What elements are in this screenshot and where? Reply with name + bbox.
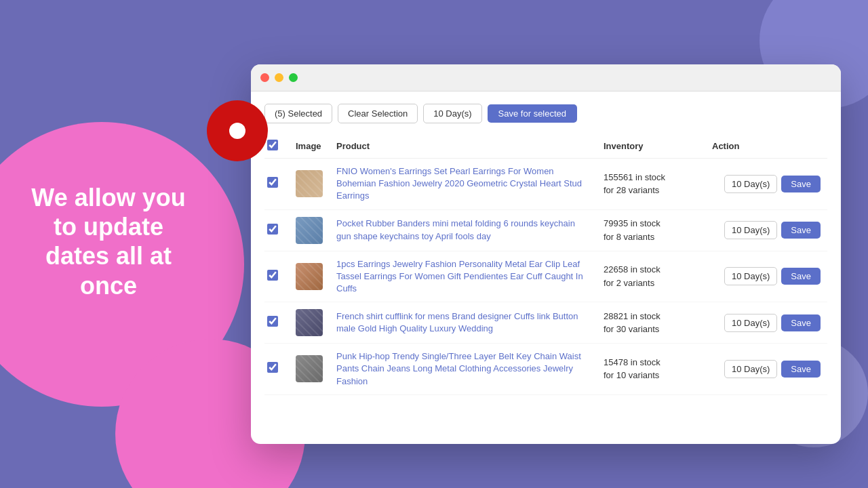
product-link-4[interactable]: French shirt cufflink for mens Brand des…: [336, 310, 590, 335]
row-product-cell: Punk Hip-hop Trendy Single/Three Layer B…: [330, 344, 597, 395]
days-global-button[interactable]: 10 Day(s): [423, 104, 481, 123]
browser-titlebar: [251, 64, 841, 92]
row-checkbox-cell: [264, 209, 289, 251]
selected-button[interactable]: (5) Selected: [264, 104, 332, 123]
days-display-2[interactable]: 10 Day(s): [724, 221, 777, 239]
select-all-checkbox[interactable]: [267, 140, 278, 150]
inventory-stock-5: 15478 in stockfor 10 variants: [604, 356, 698, 382]
toolbar: (5) Selected Clear Selection 10 Day(s) S…: [264, 104, 827, 123]
inventory-variants-1: for 28 variants: [604, 185, 659, 195]
product-image-4: [296, 309, 323, 336]
product-image-2: [296, 217, 323, 244]
clear-selection-button[interactable]: Clear Selection: [338, 104, 418, 123]
inventory-variants-5: for 10 variants: [604, 370, 659, 380]
days-display-4[interactable]: 10 Day(s): [724, 314, 777, 332]
browser-content: (5) Selected Clear Selection 10 Day(s) S…: [251, 92, 841, 407]
row-checkbox-4[interactable]: [267, 316, 278, 327]
table-row: 1pcs Earrings Jewelry Fashion Personalit…: [264, 251, 827, 302]
inventory-variants-2: for 8 variants: [604, 232, 654, 242]
table-header: Image Product Inventory Action: [264, 134, 827, 159]
traffic-light-green[interactable]: [289, 73, 298, 82]
browser-window: (5) Selected Clear Selection 10 Day(s) S…: [251, 64, 841, 444]
row-checkbox-cell: [264, 344, 289, 395]
row-product-cell: 1pcs Earrings Jewelry Fashion Personalit…: [330, 251, 597, 302]
inventory-stock-1: 155561 in stockfor 28 variants: [604, 171, 698, 197]
row-checkbox-cell: [264, 251, 289, 302]
row-action-cell: 10 Day(s) Save: [705, 209, 827, 251]
row-checkbox-1[interactable]: [267, 177, 278, 188]
days-display-1[interactable]: 10 Day(s): [724, 175, 777, 193]
days-display-3[interactable]: 10 Day(s): [724, 267, 777, 285]
inventory-stock-3: 22658 in stockfor 2 variants: [604, 263, 698, 289]
row-action-cell: 10 Day(s) Save: [705, 302, 827, 344]
inventory-stock-2: 79935 in stockfor 8 variants: [604, 217, 698, 243]
row-inventory-cell: 79935 in stockfor 8 variants: [597, 209, 705, 251]
header-checkbox-col: [264, 134, 289, 159]
row-image-cell: [289, 302, 330, 344]
save-button-3[interactable]: Save: [781, 268, 821, 285]
row-checkbox-cell: [264, 159, 289, 210]
red-circle-decoration: [207, 100, 268, 161]
row-inventory-cell: 28821 in stockfor 30 variants: [597, 302, 705, 344]
row-image-cell: [289, 159, 330, 210]
row-checkbox-cell: [264, 302, 289, 344]
header-product: Product: [330, 134, 597, 159]
product-image-5: [296, 355, 323, 382]
row-action-cell: 10 Day(s) Save: [705, 251, 827, 302]
table-row: FNIO Women's Earrings Set Pearl Earrings…: [264, 159, 827, 210]
promo-text: We allow you to update dates all at once: [14, 183, 203, 300]
row-image-cell: [289, 344, 330, 395]
row-inventory-cell: 155561 in stockfor 28 variants: [597, 159, 705, 210]
traffic-light-yellow[interactable]: [275, 73, 283, 82]
header-action: Action: [705, 134, 827, 159]
product-image-3: [296, 263, 323, 290]
row-action-cell: 10 Day(s) Save: [705, 344, 827, 395]
table-row: Pocket Rubber Banders mini metal folding…: [264, 209, 827, 251]
save-for-selected-button[interactable]: Save for selected: [488, 104, 577, 123]
save-button-2[interactable]: Save: [781, 222, 821, 239]
row-action-cell: 10 Day(s) Save: [705, 159, 827, 210]
product-table: Image Product Inventory Action FNIO Wome…: [264, 134, 827, 395]
product-link-5[interactable]: Punk Hip-hop Trendy Single/Three Layer B…: [336, 350, 590, 388]
table-body: FNIO Women's Earrings Set Pearl Earrings…: [264, 159, 827, 395]
header-image: Image: [289, 134, 330, 159]
row-product-cell: Pocket Rubber Banders mini metal folding…: [330, 209, 597, 251]
row-checkbox-5[interactable]: [267, 362, 278, 373]
traffic-light-red[interactable]: [260, 73, 269, 82]
red-circle-inner: [229, 123, 245, 139]
inventory-stock-4: 28821 in stockfor 30 variants: [604, 310, 698, 336]
action-container-3: 10 Day(s) Save: [712, 267, 821, 285]
row-inventory-cell: 15478 in stockfor 10 variants: [597, 344, 705, 395]
action-container-2: 10 Day(s) Save: [712, 221, 821, 239]
row-inventory-cell: 22658 in stockfor 2 variants: [597, 251, 705, 302]
save-button-5[interactable]: Save: [781, 361, 821, 378]
action-container-1: 10 Day(s) Save: [712, 175, 821, 193]
row-image-cell: [289, 251, 330, 302]
inventory-variants-3: for 2 variants: [604, 278, 654, 288]
action-container-4: 10 Day(s) Save: [712, 314, 821, 332]
product-link-1[interactable]: FNIO Women's Earrings Set Pearl Earrings…: [336, 165, 590, 203]
product-image-1: [296, 170, 323, 197]
row-product-cell: FNIO Women's Earrings Set Pearl Earrings…: [330, 159, 597, 210]
action-container-5: 10 Day(s) Save: [712, 360, 821, 378]
row-checkbox-2[interactable]: [267, 224, 278, 235]
row-product-cell: French shirt cufflink for mens Brand des…: [330, 302, 597, 344]
inventory-variants-4: for 30 variants: [604, 324, 659, 334]
table-row: Punk Hip-hop Trendy Single/Three Layer B…: [264, 344, 827, 395]
table-row: French shirt cufflink for mens Brand des…: [264, 302, 827, 344]
product-link-2[interactable]: Pocket Rubber Banders mini metal folding…: [336, 218, 590, 242]
days-display-5[interactable]: 10 Day(s): [724, 360, 777, 378]
header-inventory: Inventory: [597, 134, 705, 159]
save-button-1[interactable]: Save: [781, 176, 821, 192]
product-link-3[interactable]: 1pcs Earrings Jewelry Fashion Personalit…: [336, 258, 590, 296]
row-checkbox-3[interactable]: [267, 270, 278, 281]
row-image-cell: [289, 209, 330, 251]
save-button-4[interactable]: Save: [781, 314, 821, 331]
